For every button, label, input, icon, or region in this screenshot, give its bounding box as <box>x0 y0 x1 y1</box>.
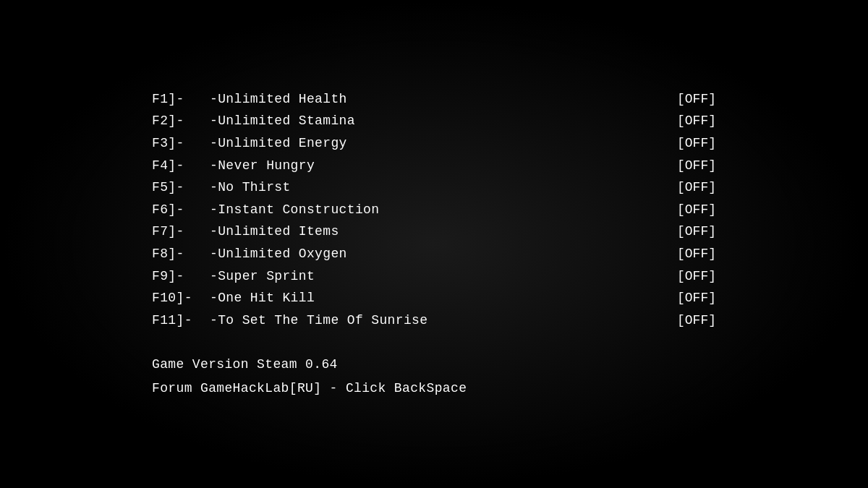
cheat-key-8: F8]- <box>152 243 210 265</box>
cheat-row: F11]--To Set The Time Of Sunrise[OFF] <box>152 309 716 332</box>
cheat-row: F9]--Super Sprint[OFF] <box>152 265 716 288</box>
cheat-status-10[interactable]: [OFF] <box>673 287 716 309</box>
cheat-key-11: F11]- <box>152 309 210 332</box>
cheat-name-6: -Instant Construction <box>210 199 673 221</box>
footer-line-1: Game Version Steam 0.64 <box>152 353 716 376</box>
cheat-name-8: -Unlimited Oxygen <box>210 243 673 265</box>
cheat-status-3[interactable]: [OFF] <box>673 132 716 155</box>
cheat-key-2: F2]- <box>152 110 210 132</box>
cheat-row: F5]--No Thirst[OFF] <box>152 176 716 199</box>
cheat-name-9: -Super Sprint <box>210 265 673 288</box>
cheat-key-10: F10]- <box>152 287 210 309</box>
cheat-status-8[interactable]: [OFF] <box>673 243 716 265</box>
cheat-name-1: -Unlimited Health <box>210 88 673 111</box>
cheat-key-6: F6]- <box>152 199 210 221</box>
cheat-status-4[interactable]: [OFF] <box>673 155 716 177</box>
cheat-name-3: -Unlimited Energy <box>210 132 673 155</box>
cheat-status-1[interactable]: [OFF] <box>673 88 716 111</box>
cheat-name-11: -To Set The Time Of Sunrise <box>210 309 673 332</box>
cheat-row: F2]--Unlimited Stamina[OFF] <box>152 110 716 132</box>
cheat-row: F1]--Unlimited Health[OFF] <box>152 88 716 111</box>
cheat-list: F1]--Unlimited Health[OFF]F2]--Unlimited… <box>152 88 716 332</box>
cheat-status-11[interactable]: [OFF] <box>673 309 716 332</box>
footer: Game Version Steam 0.64 Forum GameHackLa… <box>152 353 716 400</box>
cheat-name-5: -No Thirst <box>210 176 673 199</box>
cheat-name-7: -Unlimited Items <box>210 221 673 243</box>
cheat-name-10: -One Hit Kill <box>210 287 673 309</box>
cheat-menu: F1]--Unlimited Health[OFF]F2]--Unlimited… <box>109 59 760 429</box>
cheat-status-2[interactable]: [OFF] <box>673 110 716 132</box>
cheat-row: F8]--Unlimited Oxygen[OFF] <box>152 243 716 265</box>
cheat-row: F7]--Unlimited Items[OFF] <box>152 221 716 243</box>
cheat-row: F3]--Unlimited Energy[OFF] <box>152 132 716 155</box>
cheat-key-4: F4]- <box>152 155 210 177</box>
cheat-key-1: F1]- <box>152 88 210 111</box>
cheat-key-5: F5]- <box>152 176 210 199</box>
cheat-status-9[interactable]: [OFF] <box>673 265 716 288</box>
cheat-row: F4]--Never Hungry[OFF] <box>152 155 716 177</box>
footer-line-2: Forum GameHackLab[RU] - Click BackSpace <box>152 377 716 400</box>
cheat-key-7: F7]- <box>152 221 210 243</box>
cheat-row: F6]--Instant Construction[OFF] <box>152 199 716 221</box>
cheat-status-5[interactable]: [OFF] <box>673 176 716 199</box>
cheat-key-3: F3]- <box>152 132 210 155</box>
cheat-row: F10]--One Hit Kill[OFF] <box>152 287 716 309</box>
cheat-status-7[interactable]: [OFF] <box>673 221 716 243</box>
cheat-status-6[interactable]: [OFF] <box>673 199 716 221</box>
screen: F1]--Unlimited Health[OFF]F2]--Unlimited… <box>0 0 868 488</box>
cheat-name-2: -Unlimited Stamina <box>210 110 673 132</box>
cheat-key-9: F9]- <box>152 265 210 288</box>
cheat-name-4: -Never Hungry <box>210 155 673 177</box>
